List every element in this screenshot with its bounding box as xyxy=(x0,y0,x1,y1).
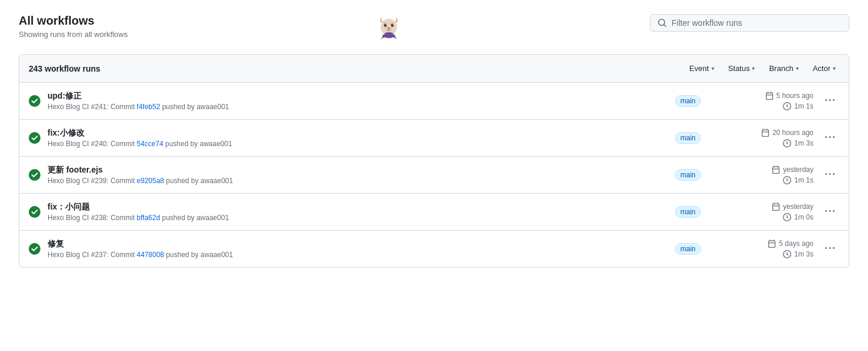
search-input[interactable] xyxy=(672,18,842,28)
filter-status-button[interactable]: Status ▾ xyxy=(725,62,759,75)
commit-hash-link[interactable]: f4feb52 xyxy=(137,103,160,111)
run-duration: 1m 1s xyxy=(794,176,813,184)
branch-badge: main xyxy=(675,169,701,181)
run-status-icon xyxy=(29,206,40,218)
run-duration: 1m 0s xyxy=(794,213,813,221)
runs-count: 243 workflow runs xyxy=(29,64,100,73)
page-subtitle: Showing runs from all workflows xyxy=(19,30,128,39)
filter-status-chevron-icon: ▾ xyxy=(752,65,755,72)
filter-actor-chevron-icon: ▾ xyxy=(833,65,836,72)
run-meta: yesterday 1m 0s xyxy=(731,203,813,221)
success-check-icon xyxy=(29,132,40,144)
run-duration: 1m 3s xyxy=(794,250,813,258)
run-meta: yesterday 1m 1s xyxy=(731,166,813,184)
svg-point-6 xyxy=(392,24,393,25)
run-info: upd:修正 Hexo Blog CI #241: Commit f4feb52… xyxy=(48,91,645,111)
run-time-ago: 20 hours ago xyxy=(772,129,813,137)
run-status-icon xyxy=(29,169,40,181)
run-branch: main xyxy=(675,206,701,218)
run-duration-meta: 1m 3s xyxy=(783,139,813,147)
filter-status-label: Status xyxy=(728,64,750,73)
run-more-actions xyxy=(820,241,839,257)
filter-event-label: Event xyxy=(689,64,708,73)
svg-point-5 xyxy=(385,24,386,25)
svg-point-8 xyxy=(388,28,389,29)
run-subtitle: Hexo Blog CI #241: Commit f4feb52 pushed… xyxy=(48,103,645,111)
run-more-button[interactable] xyxy=(823,241,837,257)
run-item[interactable]: fix：小问题 Hexo Blog CI #238: Commit bffa62… xyxy=(19,194,849,231)
run-more-button[interactable] xyxy=(823,130,837,146)
commit-hash-link[interactable]: 54cce74 xyxy=(137,140,163,148)
commit-hash-link[interactable]: 4478008 xyxy=(137,251,164,259)
run-time-meta: 20 hours ago xyxy=(761,129,813,137)
run-title: 修复 xyxy=(48,239,645,249)
run-more-actions xyxy=(820,93,839,109)
run-title: 更新 footer.ejs xyxy=(48,165,645,176)
run-meta: 20 hours ago 1m 3s xyxy=(731,129,813,147)
run-time-ago: yesterday xyxy=(783,166,813,174)
run-more-actions xyxy=(820,167,839,183)
run-branch: main xyxy=(675,95,701,107)
run-time-meta: yesterday xyxy=(772,166,813,174)
filter-actor-label: Actor xyxy=(813,64,830,73)
run-more-button[interactable] xyxy=(823,204,837,220)
run-item[interactable]: 修复 Hexo Blog CI #237: Commit 4478008 pus… xyxy=(19,231,849,267)
run-item[interactable]: 更新 footer.ejs Hexo Blog CI #239: Commit … xyxy=(19,157,849,194)
runs-header: 243 workflow runs Event ▾ Status ▾ Branc… xyxy=(19,55,849,83)
clock-icon xyxy=(783,102,791,110)
filter-branch-label: Branch xyxy=(769,64,793,73)
run-subtitle: Hexo Blog CI #238: Commit bffa62d pushed… xyxy=(48,214,645,222)
filter-actor-button[interactable]: Actor ▾ xyxy=(809,62,839,75)
clock-icon xyxy=(783,176,791,184)
branch-badge: main xyxy=(675,206,701,218)
run-info: fix：小问题 Hexo Blog CI #238: Commit bffa62… xyxy=(48,202,645,222)
run-title: upd:修正 xyxy=(48,91,645,102)
run-title: fix：小问题 xyxy=(48,202,645,212)
calendar-icon xyxy=(768,239,776,248)
run-time-meta: 5 hours ago xyxy=(765,92,813,100)
filter-event-chevron-icon: ▾ xyxy=(711,65,714,72)
calendar-icon xyxy=(772,203,780,211)
search-icon xyxy=(657,18,667,28)
success-check-icon xyxy=(29,95,40,107)
filter-event-button[interactable]: Event ▾ xyxy=(686,62,717,75)
commit-hash-link[interactable]: bffa62d xyxy=(137,214,160,222)
run-more-button[interactable] xyxy=(823,167,837,183)
success-check-icon xyxy=(29,243,40,255)
run-branch: main xyxy=(675,243,701,255)
run-duration-meta: 1m 1s xyxy=(783,102,813,110)
clock-icon xyxy=(783,250,791,258)
branch-badge: main xyxy=(675,243,701,255)
filter-branch-button[interactable]: Branch ▾ xyxy=(765,62,802,75)
run-more-button[interactable] xyxy=(823,93,837,109)
run-item[interactable]: fix:小修改 Hexo Blog CI #240: Commit 54cce7… xyxy=(19,120,849,157)
run-status-icon xyxy=(29,243,40,255)
run-subtitle: Hexo Blog CI #237: Commit 4478008 pushed… xyxy=(48,251,645,259)
run-duration-meta: 1m 3s xyxy=(783,250,813,258)
branch-badge: main xyxy=(675,132,701,144)
run-time-meta: 5 days ago xyxy=(768,239,813,248)
run-status-icon xyxy=(29,132,40,144)
calendar-icon xyxy=(772,166,780,174)
run-info: 修复 Hexo Blog CI #237: Commit 4478008 pus… xyxy=(48,239,645,259)
branch-badge: main xyxy=(675,95,701,107)
run-duration-meta: 1m 0s xyxy=(783,213,813,221)
search-box[interactable] xyxy=(650,14,849,32)
octocat-mascot xyxy=(375,14,403,42)
run-time-ago: 5 days ago xyxy=(779,239,813,248)
run-time-ago: 5 hours ago xyxy=(777,92,813,100)
run-info: 更新 footer.ejs Hexo Blog CI #239: Commit … xyxy=(48,165,645,185)
run-duration: 1m 3s xyxy=(794,139,813,147)
run-meta: 5 days ago 1m 3s xyxy=(731,239,813,258)
success-check-icon xyxy=(29,169,40,181)
run-title: fix:小修改 xyxy=(48,128,645,139)
run-more-actions xyxy=(820,130,839,146)
commit-hash-link[interactable]: e9205a8 xyxy=(137,177,164,185)
calendar-icon xyxy=(765,92,774,100)
run-time-ago: yesterday xyxy=(783,203,813,211)
success-check-icon xyxy=(29,206,40,218)
clock-icon xyxy=(783,213,791,221)
run-branch: main xyxy=(675,132,701,144)
run-item[interactable]: upd:修正 Hexo Blog CI #241: Commit f4feb52… xyxy=(19,83,849,120)
filters-bar: Event ▾ Status ▾ Branch ▾ Actor ▾ xyxy=(686,62,839,75)
